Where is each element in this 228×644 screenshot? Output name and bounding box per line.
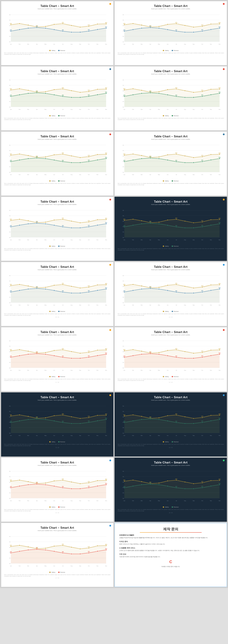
svg-point-906 [202,482,203,483]
svg-text:39%: 39% [201,29,203,30]
svg-text:67%: 67% [62,478,64,480]
legend-item: Gallery [49,311,55,312]
svg-text:Jan: Jan [10,435,12,436]
svg-point-917 [158,484,160,485]
svg-text:Jun: Jun [53,174,55,175]
svg-point-515 [71,292,72,294]
svg-point-167 [71,97,72,98]
svg-point-836 [10,481,12,482]
svg-text:Jul: Jul [62,44,64,45]
svg-point-792 [210,415,212,416]
svg-point-437 [167,220,168,220]
svg-point-159 [19,94,20,95]
chart-area: 100%80%60%40%20%0%JanFebMarAprMayJunJulA… [9,533,110,570]
svg-point-157 [10,96,12,97]
slide-subtitle: Insert your subtitle here. This is good … [118,399,224,401]
slide-subtitle: Insert your subtitle here. This is good … [118,464,224,466]
svg-text:66%: 66% [105,87,107,88]
svg-text:39%: 39% [10,421,12,422]
slide-title: Table Chart – Smart Art [118,265,224,268]
svg-text:57%: 57% [201,220,203,221]
svg-text:57%: 57% [88,24,90,26]
chart-legend: Gallery Revenue [4,441,110,442]
svg-point-788 [184,416,186,417]
svg-point-85 [141,24,142,26]
legend-color-dot [163,376,164,377]
slide-subtitle: Insert your subtitle here. This is good … [118,204,224,205]
slide-11: Table Chart – Smart Art Insert your subt… [1,327,114,391]
svg-text:Sep: Sep [193,435,195,436]
svg-point-331 [124,161,125,162]
svg-text:39%: 39% [62,30,64,30]
chart-area: 100%80%60%40%20%0%JanFebMarAprMayJunJulA… [122,468,223,505]
svg-text:80%: 80% [122,20,124,21]
svg-point-853 [10,487,12,488]
svg-text:57%: 57% [201,24,203,26]
svg-point-168 [80,97,81,98]
svg-text:63%: 63% [124,154,126,154]
corner-dot [109,329,111,331]
svg-text:Nov: Nov [210,239,212,240]
slide-title: Table Chart – Smart Art [4,135,110,138]
svg-point-499 [80,288,81,288]
svg-point-31 [54,24,55,25]
svg-text:Jul: Jul [62,304,64,306]
legend-color-dot [172,441,173,442]
chart-legend: Gallery Revenue [4,246,110,247]
svg-text:39%: 39% [175,94,177,96]
svg-text:63%: 63% [124,23,126,24]
svg-point-606 [19,349,20,350]
svg-point-205 [167,89,168,90]
svg-text:39%: 39% [124,356,126,356]
svg-point-45 [36,27,38,28]
corner-dot [109,264,111,266]
svg-point-571 [176,292,177,292]
svg-point-807 [202,422,203,423]
svg-point-508 [28,288,29,290]
svg-text:Jul: Jul [62,239,64,240]
svg-text:100%: 100% [122,406,124,407]
svg-text:Mar: Mar [141,44,142,45]
svg-point-520 [106,288,107,290]
svg-point-338 [167,160,168,160]
page-number: 14 / 30 [118,447,224,448]
svg-point-93 [193,26,194,28]
slide-subtitle: Insert your subtitle here. This is good … [4,334,110,336]
svg-point-958 [45,548,46,549]
svg-point-498 [71,286,72,287]
svg-text:0%: 0% [122,433,124,434]
svg-point-795 [124,422,125,423]
svg-text:52%: 52% [36,222,38,222]
svg-point-670 [176,349,177,350]
svg-point-731 [80,418,81,419]
svg-text:66%: 66% [218,348,220,349]
svg-text:50%: 50% [105,157,107,158]
slide-subtitle: Insert your subtitle here. This is good … [4,530,110,532]
svg-text:Dec: Dec [105,109,107,110]
svg-point-967 [106,545,107,546]
svg-point-972 [28,550,29,550]
legend-color-dot [49,50,50,51]
corner-dot [223,199,224,200]
svg-point-88 [158,26,160,27]
svg-text:57%: 57% [88,350,90,352]
svg-text:Mar: Mar [27,239,29,240]
body-text: Sed ut perspiciatis unde omnis iste natu… [4,118,110,120]
svg-text:63%: 63% [124,414,126,415]
svg-point-314 [124,155,125,156]
svg-point-218 [141,93,142,94]
svg-point-513 [62,292,64,292]
svg-text:60%: 60% [9,351,11,352]
svg-point-56 [106,28,107,29]
legend-label: Gallery [165,376,169,377]
svg-point-611 [54,350,55,351]
legend-item: Gallery [49,572,55,573]
chart-area: 100%80%60%40%20%0%JanFebMarAprMayJunJulA… [9,402,110,440]
svg-text:57%: 57% [201,481,203,482]
svg-text:Nov: Nov [96,44,98,45]
svg-text:Jul: Jul [62,500,64,501]
svg-text:Jun: Jun [167,109,168,110]
corner-dot [109,199,111,200]
svg-text:Aug: Aug [70,566,72,566]
legend-label: Revenue [174,115,179,116]
